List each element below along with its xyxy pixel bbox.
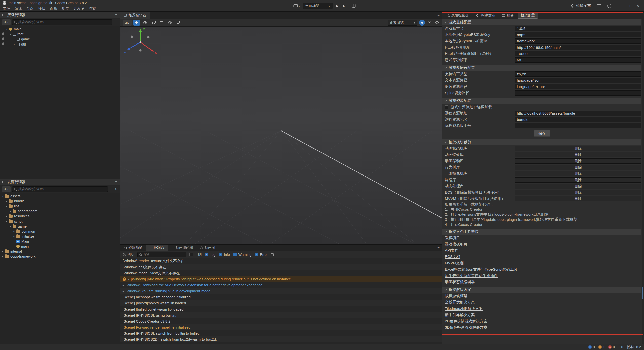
chevron-right-icon[interactable]: ▸ bbox=[123, 290, 124, 293]
tree-node-game[interactable]: game bbox=[0, 37, 120, 42]
tree-node-libs[interactable]: ▾libs bbox=[0, 204, 120, 209]
console-search-box[interactable] bbox=[137, 252, 186, 257]
scale-tool-button[interactable] bbox=[150, 20, 156, 26]
log-row[interactable]: [Window] ecs文件夹不存在 bbox=[120, 264, 442, 270]
menu-item-5[interactable]: 扩展 bbox=[60, 6, 71, 11]
assets-search-box[interactable] bbox=[12, 186, 108, 192]
tree-node-assets[interactable]: ▾assets bbox=[0, 194, 120, 199]
scrollbar[interactable] bbox=[642, 19, 644, 344]
section-header[interactable]: 框架解决方案 bbox=[442, 287, 641, 293]
regex-toggle[interactable]: 正则 bbox=[189, 252, 202, 257]
delete-button[interactable]: 删除 bbox=[515, 158, 641, 164]
doc-link[interactable]: 教程项目 bbox=[442, 235, 641, 241]
log-row[interactable]: [Scene] Forward render pipeline initiali… bbox=[120, 324, 442, 330]
tree-node-initialize[interactable]: ▸initialize bbox=[0, 234, 120, 239]
tab-inspector[interactable]: 属性检查器 bbox=[444, 13, 471, 18]
section-header[interactable]: 框架模块裁剪 bbox=[442, 139, 641, 145]
doc-link[interactable]: Tiledmap地图解决方案 bbox=[442, 305, 641, 312]
doc-link[interactable]: ECS文档 bbox=[442, 254, 641, 260]
rotate-tool-button[interactable] bbox=[142, 20, 148, 26]
tree-node-main[interactable]: ▾main bbox=[0, 27, 120, 32]
add-asset-button[interactable] bbox=[2, 186, 11, 192]
tree-node-script[interactable]: ▾script bbox=[0, 219, 120, 224]
scene-view-config-button[interactable] bbox=[427, 20, 432, 26]
chevron-right-icon[interactable]: ▸ bbox=[128, 278, 129, 281]
tree-node-internal[interactable]: ▸internal bbox=[0, 249, 120, 254]
scrollbar-thumb[interactable] bbox=[642, 287, 643, 299]
filter-icon[interactable] bbox=[110, 189, 113, 189]
filter-info[interactable]: Info bbox=[219, 253, 230, 257]
console-warning-counter[interactable]: 1 bbox=[598, 345, 605, 349]
delete-button[interactable]: 删除 bbox=[515, 165, 641, 170]
tree-node-gui[interactable]: ▸gui bbox=[0, 42, 120, 47]
filter-error[interactable]: Error bbox=[255, 253, 268, 257]
transform-space-button[interactable] bbox=[167, 20, 173, 26]
section-header[interactable]: 游戏资源配置 bbox=[442, 98, 641, 104]
hierarchy-search-input[interactable] bbox=[18, 20, 110, 24]
doc-link[interactable]: 新手引导解决方案 bbox=[442, 312, 641, 318]
chevron-down-icon[interactable]: ▾ bbox=[5, 220, 8, 223]
axis-gizmo[interactable]: Y X Z bbox=[120, 27, 160, 57]
checkbox-icon[interactable] bbox=[233, 253, 237, 256]
collapse-logs-icon[interactable] bbox=[271, 253, 274, 256]
panel-menu-icon[interactable] bbox=[115, 13, 117, 17]
close-button[interactable] bbox=[635, 3, 640, 8]
menu-item-1[interactable]: 编辑 bbox=[12, 6, 24, 11]
console-info-counter[interactable]: 3 bbox=[588, 345, 595, 349]
doc-link[interactable]: 3D角色扮演游戏解决方案 bbox=[442, 324, 641, 331]
chevron-right-icon[interactable]: ▸ bbox=[13, 43, 16, 46]
scene-viewport[interactable]: Y X Z bbox=[120, 27, 442, 244]
tree-node-main[interactable]: main bbox=[0, 244, 120, 249]
maximize-button[interactable] bbox=[626, 4, 631, 8]
log-row[interactable]: [Scene] [PHYSICS2D]: switch from box2d-w… bbox=[120, 336, 442, 342]
panel-menu-icon[interactable] bbox=[115, 180, 117, 184]
log-row[interactable]: [Scene] [bullet]:bullet wasm lib loaded. bbox=[120, 306, 442, 312]
menu-item-7[interactable]: 帮助 bbox=[87, 6, 99, 11]
minimize-button[interactable] bbox=[617, 4, 622, 8]
doc-link[interactable]: 2D角色扮演游戏解决方案 bbox=[442, 318, 641, 324]
tree-node-bundle[interactable]: ▸bundle bbox=[0, 199, 120, 204]
chevron-right-icon[interactable]: ▸ bbox=[5, 200, 8, 203]
scene-settings-button[interactable] bbox=[434, 20, 440, 26]
open-logs-icon[interactable] bbox=[597, 4, 601, 7]
view-mode-selector[interactable]: 正常浏览 ▾ bbox=[388, 20, 417, 26]
log-row[interactable]: [Scene] [box2d]:box2d wasm lib loaded. bbox=[120, 300, 442, 306]
log-row[interactable]: [Scene] [PHYSICS]: switch from builtin t… bbox=[120, 330, 442, 336]
log-row[interactable]: [Window] render_texture文件夹不存在 bbox=[120, 258, 442, 264]
field-input[interactable]: language/json bbox=[515, 78, 641, 83]
field-input[interactable]: http://192.168.0.150/main/ bbox=[515, 45, 641, 50]
doc-link[interactable]: 动画状态机编辑器 bbox=[442, 279, 641, 285]
doc-link[interactable]: API文档 bbox=[442, 247, 641, 254]
section-header[interactable]: 框架文档工具链接 bbox=[442, 229, 641, 235]
snap-settings-button[interactable] bbox=[175, 20, 181, 26]
lighting-toggle-button[interactable] bbox=[419, 20, 425, 26]
delete-button[interactable]: 删除 bbox=[515, 177, 641, 183]
menu-item-4[interactable]: 面板 bbox=[48, 6, 60, 11]
delete-button[interactable]: 删除 bbox=[515, 171, 641, 176]
preview-platform-button[interactable]: ▾ bbox=[293, 4, 300, 7]
checkbox-icon[interactable] bbox=[255, 253, 258, 256]
chevron-down-icon[interactable]: ▾ bbox=[5, 205, 8, 208]
chevron-right-icon[interactable]: ▸ bbox=[123, 284, 124, 287]
refresh-icon[interactable] bbox=[115, 187, 118, 191]
menu-item-0[interactable]: 文件 bbox=[1, 6, 12, 11]
field-input[interactable]: bundle bbox=[515, 117, 641, 122]
chevron-down-icon[interactable]: ▾ bbox=[9, 225, 12, 228]
field-input[interactable]: 10000 bbox=[515, 51, 641, 56]
panel-menu-icon[interactable] bbox=[437, 246, 440, 250]
field-input[interactable]: 1.0.5 bbox=[515, 26, 641, 31]
tree-node-game[interactable]: ▾game bbox=[0, 224, 120, 229]
tab-framework[interactable]: 框架配置 bbox=[518, 13, 538, 18]
section-header[interactable]: 游戏基础配置 bbox=[442, 19, 641, 25]
log-row[interactable]: [Window] model_view文件夹不存在 bbox=[120, 270, 442, 276]
checkbox-icon[interactable] bbox=[189, 253, 193, 256]
tab-scene-editor[interactable]: 场景编辑器 bbox=[120, 12, 150, 19]
delete-button[interactable]: 删除 bbox=[515, 152, 641, 157]
delete-button[interactable]: 删除 bbox=[515, 184, 641, 189]
console-search-input[interactable] bbox=[143, 253, 184, 256]
tab-service[interactable]: 服务 bbox=[499, 13, 517, 18]
doc-link[interactable]: 全栈开发解决方案 bbox=[442, 299, 641, 305]
build-publish-button[interactable]: 构建发布 bbox=[570, 3, 591, 8]
field-input[interactable]: framework bbox=[515, 38, 641, 44]
log-row[interactable]: [Scene] [PHYSICS]: using builtin. bbox=[120, 312, 442, 318]
